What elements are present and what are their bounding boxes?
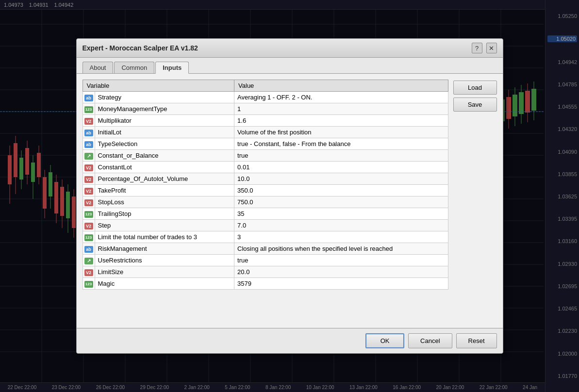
icon-123: 123 bbox=[84, 281, 93, 288]
icon-123: 123 bbox=[84, 234, 93, 241]
table-row[interactable]: ↗ Constant_or_Balance true bbox=[83, 150, 448, 162]
icon-ab: ab bbox=[84, 130, 93, 136]
tab-inputs[interactable]: Inputs bbox=[155, 62, 189, 74]
row-variable: Percentage_Of_Autolot_Volume bbox=[95, 173, 234, 185]
row-icon-cell: 123 bbox=[83, 103, 95, 115]
row-value[interactable]: true - Constant, false - From the balanc… bbox=[234, 138, 448, 150]
row-variable: TrailingStop bbox=[95, 208, 234, 220]
row-icon-cell: V2 bbox=[83, 196, 95, 208]
row-variable: Step bbox=[95, 220, 234, 231]
icon-ab: ab bbox=[84, 141, 93, 148]
row-variable: Multiplikator bbox=[95, 115, 234, 127]
row-variable: Magic bbox=[95, 278, 234, 290]
row-value[interactable]: 1.6 bbox=[234, 115, 448, 127]
close-button[interactable]: ✕ bbox=[486, 43, 497, 53]
row-icon-cell: ↗ bbox=[83, 150, 95, 162]
tab-about[interactable]: About bbox=[83, 62, 114, 73]
load-button[interactable]: Load bbox=[453, 81, 497, 95]
row-icon-cell: V2 bbox=[83, 266, 95, 278]
row-icon-cell: V2 bbox=[83, 173, 95, 185]
row-variable: LimitSize bbox=[95, 266, 234, 278]
table-row[interactable]: 123 MoneyManagementType 1 bbox=[83, 103, 448, 115]
icon-v2: V2 bbox=[84, 199, 93, 206]
table-row[interactable]: V2 LimitSize 20.0 bbox=[83, 266, 448, 278]
row-value[interactable]: Averaging 1 - OFF. 2 - ON. bbox=[234, 92, 448, 103]
table-row[interactable]: V2 Percentage_Of_Autolot_Volume 10.0 bbox=[83, 173, 448, 185]
expert-dialog: Expert - Moroccan Scalper EA v1.82 ? ✕ A… bbox=[76, 38, 503, 354]
row-value[interactable]: Closing all positions when the specified… bbox=[234, 243, 448, 255]
icon-ab: ab bbox=[84, 95, 93, 101]
row-variable: MoneyManagementType bbox=[95, 103, 234, 115]
icon-v2: V2 bbox=[84, 269, 93, 276]
help-button[interactable]: ? bbox=[472, 43, 482, 53]
table-row[interactable]: V2 TakeProfit 350.0 bbox=[83, 185, 448, 196]
row-value[interactable]: 1 bbox=[234, 103, 448, 115]
row-value[interactable]: Volume of the first position bbox=[234, 127, 448, 138]
table-row[interactable]: 123 Limit the total number of trades to … bbox=[83, 231, 448, 243]
dialog-title: Expert - Moroccan Scalper EA v1.82 bbox=[83, 44, 198, 52]
row-value[interactable]: 3579 bbox=[234, 278, 448, 290]
row-variable: UseRestrictions bbox=[95, 255, 234, 266]
table-row[interactable]: 123 TrailingStop 35 bbox=[83, 208, 448, 220]
variable-header: Variable bbox=[83, 80, 234, 92]
row-icon-cell: 123 bbox=[83, 278, 95, 290]
row-value[interactable]: 10.0 bbox=[234, 173, 448, 185]
row-variable: TypeSelection bbox=[95, 138, 234, 150]
icon-v2: V2 bbox=[84, 188, 93, 195]
modal-overlay: Expert - Moroccan Scalper EA v1.82 ? ✕ A… bbox=[0, 0, 579, 392]
row-variable: StopLoss bbox=[95, 196, 234, 208]
ok-button[interactable]: OK bbox=[365, 333, 404, 348]
content-layout: Variable Value ab Strategy Averaging 1 -… bbox=[83, 80, 497, 290]
icon-v2: V2 bbox=[84, 118, 93, 125]
table-row[interactable]: ab InitialLot Volume of the first positi… bbox=[83, 127, 448, 138]
row-icon-cell: V2 bbox=[83, 115, 95, 127]
row-icon-cell: 123 bbox=[83, 231, 95, 243]
row-icon-cell: V2 bbox=[83, 185, 95, 196]
row-value[interactable]: 35 bbox=[234, 208, 448, 220]
table-row[interactable]: V2 Step 7.0 bbox=[83, 220, 448, 231]
row-value[interactable]: 20.0 bbox=[234, 266, 448, 278]
table-row[interactable]: V2 StopLoss 750.0 bbox=[83, 196, 448, 208]
row-icon-cell: ab bbox=[83, 243, 95, 255]
row-variable: Constant_or_Balance bbox=[95, 150, 234, 162]
cancel-button[interactable]: Cancel bbox=[408, 333, 452, 348]
row-variable: ConstantLot bbox=[95, 162, 234, 173]
dialog-titlebar: Expert - Moroccan Scalper EA v1.82 ? ✕ bbox=[77, 39, 503, 58]
row-variable: RiskManagement bbox=[95, 243, 234, 255]
icon-123: 123 bbox=[84, 211, 93, 218]
row-icon-cell: ab bbox=[83, 127, 95, 138]
icon-arrow: ↗ bbox=[84, 153, 93, 160]
row-value[interactable]: 7.0 bbox=[234, 220, 448, 231]
row-value[interactable]: 3 bbox=[234, 231, 448, 243]
row-value[interactable]: 0.01 bbox=[234, 162, 448, 173]
dialog-controls: ? ✕ bbox=[472, 43, 497, 53]
row-icon-cell: V2 bbox=[83, 220, 95, 231]
tab-common[interactable]: Common bbox=[114, 62, 154, 73]
value-header: Value bbox=[234, 80, 448, 92]
row-icon-cell: ab bbox=[83, 92, 95, 103]
table-row[interactable]: ab TypeSelection true - Constant, false … bbox=[83, 138, 448, 150]
save-button[interactable]: Save bbox=[453, 98, 497, 112]
row-value[interactable]: true bbox=[234, 150, 448, 162]
row-icon-cell: 123 bbox=[83, 208, 95, 220]
icon-123: 123 bbox=[84, 106, 93, 113]
table-row[interactable]: ab Strategy Averaging 1 - OFF. 2 - ON. bbox=[83, 92, 448, 103]
tabs-container: About Common Inputs bbox=[77, 58, 503, 74]
row-variable: TakeProfit bbox=[95, 185, 234, 196]
icon-ab: ab bbox=[84, 246, 93, 253]
row-icon-cell: V2 bbox=[83, 162, 95, 173]
dialog-footer: OK Cancel Reset bbox=[77, 328, 503, 353]
table-row[interactable]: ↗ UseRestrictions true bbox=[83, 255, 448, 266]
row-variable: InitialLot bbox=[95, 127, 234, 138]
icon-v2: V2 bbox=[84, 176, 93, 183]
row-value[interactable]: 350.0 bbox=[234, 185, 448, 196]
row-value[interactable]: true bbox=[234, 255, 448, 266]
row-icon-cell: ↗ bbox=[83, 255, 95, 266]
table-row[interactable]: V2 ConstantLot 0.01 bbox=[83, 162, 448, 173]
table-row[interactable]: V2 Multiplikator 1.6 bbox=[83, 115, 448, 127]
reset-button[interactable]: Reset bbox=[456, 333, 497, 348]
row-value[interactable]: 750.0 bbox=[234, 196, 448, 208]
row-variable: Strategy bbox=[95, 92, 234, 103]
table-row[interactable]: 123 Magic 3579 bbox=[83, 278, 448, 290]
table-row[interactable]: ab RiskManagement Closing all positions … bbox=[83, 243, 448, 255]
